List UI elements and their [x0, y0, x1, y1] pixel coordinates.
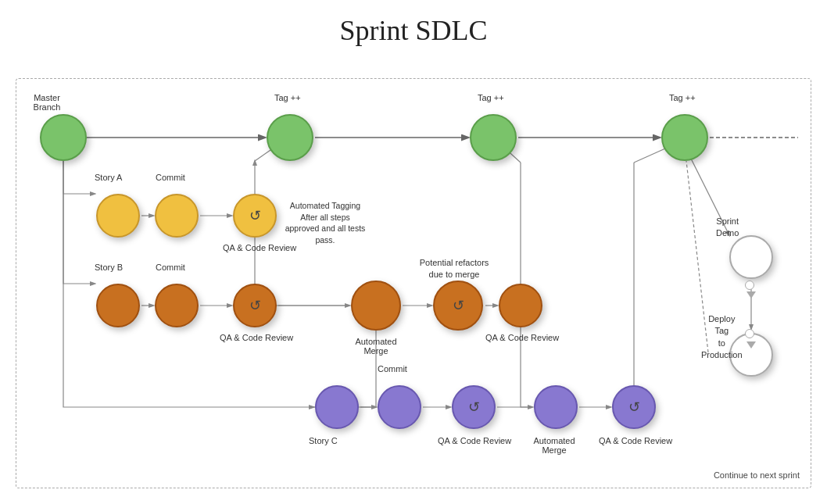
diagram-area: Master Branch Tag ++ Tag ++ Tag ++ Story…: [16, 78, 811, 488]
arrow-down-1: [746, 291, 756, 298]
merge-abc-node: [534, 385, 578, 429]
page: Sprint SDLC: [0, 0, 827, 504]
page-title: Sprint SDLC: [0, 0, 827, 47]
story-b-label: Story B: [95, 263, 123, 272]
tag3-label: Tag ++: [669, 93, 696, 102]
arrow-down-2: [746, 341, 756, 349]
commit-c-label: Commit: [378, 364, 407, 374]
qa-ab-label: QA & Code Review: [485, 333, 559, 342]
merge-ab-label: Automated Merge: [345, 337, 407, 356]
qa-b-label: QA & Code Review: [220, 333, 293, 342]
tagging-note: Automated Tagging After all steps approv…: [282, 200, 368, 246]
story-a-label: Story A: [95, 173, 122, 182]
commit-c-node: [378, 385, 421, 429]
story-c-label: Story C: [309, 436, 338, 445]
deploy-tag-label: DeployTagtoProduction: [701, 313, 743, 362]
story-b-node: [96, 284, 140, 327]
qa-b-node: ↺: [233, 284, 277, 327]
sprint-demo-label: SprintDemo: [716, 216, 739, 240]
master-branch-node: [40, 114, 87, 161]
story-c-node: [315, 385, 359, 429]
connector-circle-1: [745, 281, 754, 290]
refresh-icon-c: ↺: [468, 399, 480, 416]
qa-ab-node: [499, 284, 542, 327]
commit-a-node: [155, 194, 199, 238]
commit-b-node: [155, 284, 199, 327]
story-a-node: [96, 194, 140, 238]
merge-ab-node: [351, 281, 401, 331]
tag1-label: Tag ++: [274, 93, 301, 102]
qa-a-node: ↺: [233, 194, 277, 238]
master-branch-label: Master Branch: [20, 93, 74, 112]
commit-b-label: Commit: [156, 263, 185, 272]
connector-circle-2: [745, 329, 754, 338]
refactors-node: ↺: [433, 281, 483, 331]
tag3-node: [661, 114, 708, 161]
commit-a-label: Commit: [156, 173, 185, 182]
refresh-icon-refactor: ↺: [453, 297, 464, 314]
continue-label: Continue to next sprint: [714, 470, 800, 480]
refactors-label: Potential refactors due to merge: [415, 257, 493, 281]
refresh-icon-a: ↺: [249, 207, 261, 224]
qa-abc-node: ↺: [612, 385, 656, 429]
refresh-icon-abc: ↺: [628, 399, 640, 416]
tag2-label: Tag ++: [478, 93, 504, 102]
tag1-node: [267, 114, 313, 161]
qa-c-label: QA & Code Review: [438, 436, 511, 445]
sprint-demo-node: [729, 235, 773, 279]
tag2-node: [470, 114, 517, 161]
merge-abc-label: Automated Merge: [523, 436, 585, 455]
refresh-icon-b: ↺: [249, 297, 261, 314]
qa-abc-label: QA & Code Review: [599, 436, 672, 445]
qa-c-node: ↺: [452, 385, 496, 429]
